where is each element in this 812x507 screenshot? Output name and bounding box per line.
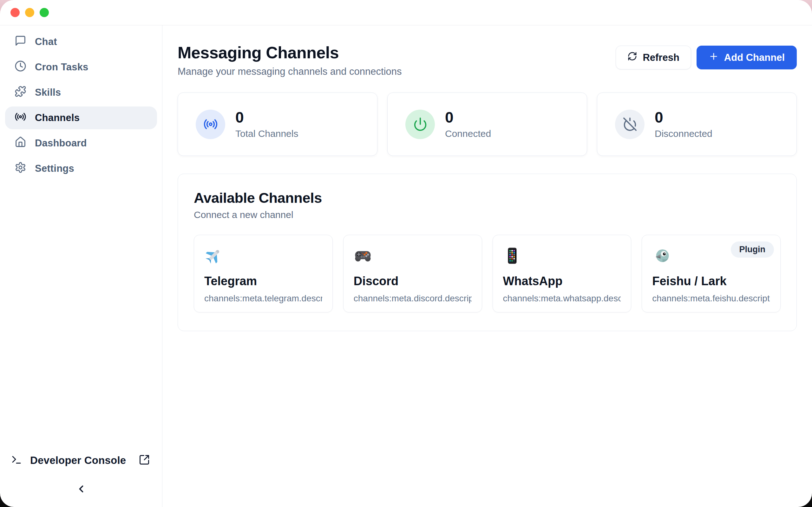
refresh-icon [627,51,637,64]
channel-card-telegram[interactable]: Telegram channels:meta.telegram.descript [194,235,333,313]
sidebar-item-label: Skills [35,87,61,98]
sidebar: Chat Cron Tasks Skills Channels Dashboar… [0,25,162,507]
add-channel-button-label: Add Channel [724,52,785,63]
developer-console-label: Developer Console [30,454,131,466]
channel-description: channels:meta.whatsapp.descrip [503,293,621,303]
channel-name: Telegram [204,274,322,288]
channel-description: channels:meta.discord.descriptic [354,293,472,303]
available-channels-title: Available Channels [194,190,780,206]
stats-row: 0 Total Channels 0 Connected 0 Disconn [177,93,797,156]
app-window: Chat Cron Tasks Skills Channels Dashboar… [0,0,812,507]
channel-description: channels:meta.feishu.description [652,293,770,303]
titlebar [0,0,812,25]
main-content: Messaging Channels Manage your messaging… [162,25,812,507]
sidebar-item-chat[interactable]: Chat [5,31,157,53]
sidebar-item-label: Cron Tasks [35,61,89,73]
sidebar-item-label: Settings [35,163,74,174]
sidebar-item-cron-tasks[interactable]: Cron Tasks [5,56,157,78]
clock-icon [14,60,26,74]
zoom-button[interactable] [40,8,49,17]
chat-icon [14,35,26,49]
channel-card-feishu-lark[interactable]: Plugin Feishu [642,235,780,313]
page-title: Messaging Channels [177,43,402,62]
close-button[interactable] [10,8,20,17]
airplane-emoji [204,246,223,265]
home-icon [14,136,26,151]
refresh-button-label: Refresh [643,52,679,63]
page-header: Messaging Channels Manage your messaging… [177,43,797,77]
stat-value: 0 [235,109,298,126]
stat-label: Disconnected [655,128,712,139]
channel-name: Discord [354,274,472,288]
stat-card-total-channels: 0 Total Channels [177,93,377,156]
channel-name: WhatsApp [503,274,621,288]
sidebar-nav: Chat Cron Tasks Skills Channels Dashboar… [5,31,157,182]
sidebar-collapse-button[interactable] [75,483,87,496]
stat-card-connected: 0 Connected [387,93,587,156]
sidebar-item-label: Channels [35,112,80,124]
minimize-button[interactable] [25,8,34,17]
sidebar-item-label: Chat [35,36,57,48]
stat-label: Connected [445,128,491,139]
chevron-left-icon [75,491,87,496]
terminal-icon [11,454,22,467]
radio-icon [14,111,26,125]
stat-value: 0 [445,109,491,126]
power-off-icon [615,110,645,139]
channel-grid: Telegram channels:meta.telegram.descript [194,235,780,313]
sidebar-item-skills[interactable]: Skills [5,81,157,104]
stat-value: 0 [655,109,712,126]
stat-card-disconnected: 0 Disconnected [597,93,797,156]
channel-card-whatsapp[interactable]: WhatsApp channels:meta.whatsapp.descrip [493,235,631,313]
plugin-badge: Plugin [731,241,774,258]
sidebar-item-label: Dashboard [35,137,87,149]
available-channels-subtitle: Connect a new channel [194,210,780,220]
sidebar-footer: Developer Console [5,454,157,496]
header-actions: Refresh Add Channel [616,46,797,69]
app-body: Chat Cron Tasks Skills Channels Dashboar… [0,25,812,507]
page-subtitle: Manage your messaging channels and conne… [177,66,402,77]
channel-card-discord[interactable]: Discord channels:meta.discord.descriptic [343,235,482,313]
available-channels-section: Available Channels Connect a new channel [177,174,797,331]
radio-icon [196,110,225,139]
add-channel-button[interactable]: Add Channel [697,46,797,69]
refresh-button[interactable]: Refresh [616,46,691,69]
bird-emoji [652,246,670,265]
sidebar-item-channels[interactable]: Channels [5,107,157,129]
developer-console-link[interactable]: Developer Console [5,454,157,467]
sidebar-item-settings[interactable]: Settings [5,157,157,180]
puzzle-icon [14,86,26,100]
stat-label: Total Channels [235,128,298,139]
external-link-icon [139,454,150,467]
power-icon [405,110,435,139]
channel-name: Feishu / Lark [652,274,770,288]
gear-icon [14,162,26,176]
game-controller-emoji [354,246,372,265]
channel-description: channels:meta.telegram.descript [204,293,322,303]
plus-icon [709,51,719,64]
sidebar-item-dashboard[interactable]: Dashboard [5,132,157,155]
mobile-phone-emoji [503,246,521,265]
